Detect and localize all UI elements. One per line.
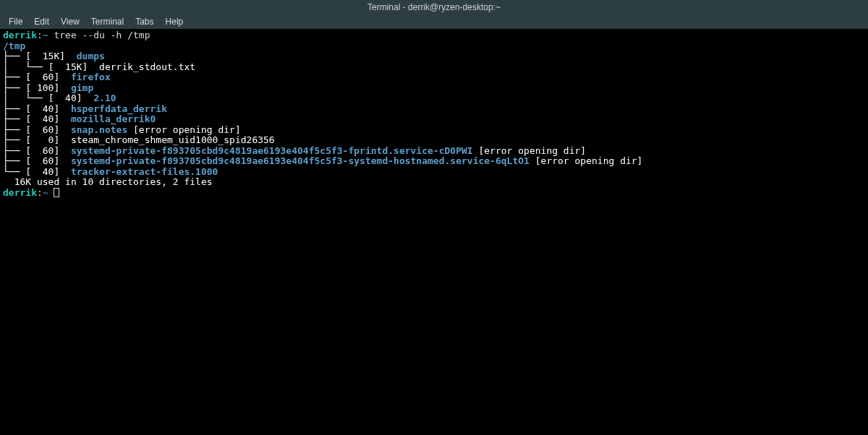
tree-entry-name: mozilla_derrik0: [71, 113, 156, 124]
tree-entry-name: firefox: [71, 72, 111, 82]
menu-view[interactable]: View: [55, 14, 85, 29]
window-title: Terminal - derrik@ryzen-desktop:~: [367, 2, 501, 12]
tree-entry-name: gimp: [71, 82, 93, 93]
tree-size: [ 60]: [25, 155, 71, 166]
terminal-line: │ └── [ 40] 2.10: [3, 93, 865, 104]
terminal-line: │ └── [ 15K] derrik_stdout.txt: [3, 62, 865, 73]
tree-prefix: ├──: [3, 155, 25, 166]
tree-prefix: ├──: [3, 72, 25, 82]
tree-prefix: ├──: [3, 134, 25, 145]
terminal-line: ├── [ 100] gimp: [3, 83, 865, 94]
tree-entry-name: tracker-extract-files.1000: [71, 166, 218, 177]
menu-tabs[interactable]: Tabs: [129, 14, 159, 29]
tree-size: [ 40]: [25, 113, 71, 124]
window-titlebar: Terminal - derrik@ryzen-desktop:~: [0, 0, 868, 14]
terminal-line: └── [ 40] tracker-extract-files.1000: [3, 167, 865, 178]
terminal-line: ├── [ 60] snap.notes [error opening dir]: [3, 125, 865, 136]
tree-entry-suffix: [error opening dir]: [529, 155, 643, 166]
tree-size: [ 100]: [25, 82, 71, 93]
tree-size: [ 15K]: [48, 61, 99, 72]
tree-size: [ 0]: [25, 134, 71, 145]
terminal-line: derrik:~ tree --du -h /tmp: [3, 30, 865, 41]
tree-root: /tmp: [3, 40, 25, 51]
tree-summary: 16K used in 10 directories, 2 files: [3, 176, 213, 187]
tree-entry-name: 2.10: [93, 92, 116, 103]
tree-entry-suffix: [error opening dir]: [473, 145, 587, 156]
command-text: tree --du -h /tmp: [48, 30, 150, 40]
prompt-sep: :: [37, 30, 43, 40]
tree-prefix: ├──: [3, 82, 25, 93]
prompt-path: ~: [43, 30, 48, 40]
tree-entry-suffix: [error opening dir]: [127, 124, 241, 135]
terminal-line: 16K used in 10 directories, 2 files: [3, 177, 865, 188]
terminal-area[interactable]: derrik:~ tree --du -h /tmp/tmp├── [ 15K]…: [0, 29, 868, 199]
tree-entry-name: hsperfdata_derrik: [71, 103, 167, 114]
tree-prefix: ├──: [3, 103, 25, 114]
terminal-line: ├── [ 15K] dumps: [3, 51, 865, 62]
terminal-line: derrik:~: [3, 188, 865, 199]
tree-entry-name: dumps: [77, 51, 105, 61]
prompt-user: derrik: [3, 30, 37, 40]
tree-entry-name: systemd-private-f893705cbd9c4819ae6193e4…: [71, 145, 473, 156]
cursor: [54, 188, 59, 197]
tree-prefix: ├──: [3, 145, 25, 156]
tree-prefix: │ └──: [3, 92, 48, 103]
terminal-line: ├── [ 60] systemd-private-f893705cbd9c48…: [3, 146, 865, 157]
terminal-line: ├── [ 60] firefox: [3, 72, 865, 83]
tree-size: [ 40]: [48, 92, 94, 103]
prompt-path: ~: [43, 187, 48, 198]
menu-edit[interactable]: Edit: [28, 14, 55, 29]
tree-prefix: ├──: [3, 124, 25, 135]
tree-size: [ 40]: [25, 166, 71, 177]
menu-terminal[interactable]: Terminal: [85, 14, 129, 29]
tree-size: [ 60]: [25, 145, 71, 156]
tree-prefix: └──: [3, 166, 25, 177]
tree-entry-name: steam_chrome_shmem_uid1000_spid26356: [71, 134, 275, 145]
tree-size: [ 15K]: [25, 51, 76, 61]
tree-prefix: │ └──: [3, 61, 48, 72]
terminal-line: ├── [ 0] steam_chrome_shmem_uid1000_spid…: [3, 135, 865, 146]
tree-prefix: ├──: [3, 113, 25, 124]
tree-size: [ 60]: [25, 72, 71, 82]
tree-size: [ 60]: [25, 124, 71, 135]
tree-entry-name: systemd-private-f893705cbd9c4819ae6193e4…: [71, 155, 529, 166]
menubar: File Edit View Terminal Tabs Help: [0, 14, 868, 29]
tree-prefix: ├──: [3, 51, 25, 61]
terminal-line: ├── [ 60] systemd-private-f893705cbd9c48…: [3, 156, 865, 167]
menu-help[interactable]: Help: [160, 14, 190, 29]
tree-size: [ 40]: [25, 103, 71, 114]
tree-entry-name: snap.notes: [71, 124, 127, 135]
menu-file[interactable]: File: [3, 14, 28, 29]
terminal-line: ├── [ 40] hsperfdata_derrik: [3, 104, 865, 115]
prompt-user: derrik: [3, 187, 37, 198]
terminal-line: ├── [ 40] mozilla_derrik0: [3, 114, 865, 125]
tree-entry-name: derrik_stdout.txt: [99, 61, 195, 72]
terminal-line: /tmp: [3, 41, 865, 52]
prompt-sep: :: [37, 187, 43, 198]
